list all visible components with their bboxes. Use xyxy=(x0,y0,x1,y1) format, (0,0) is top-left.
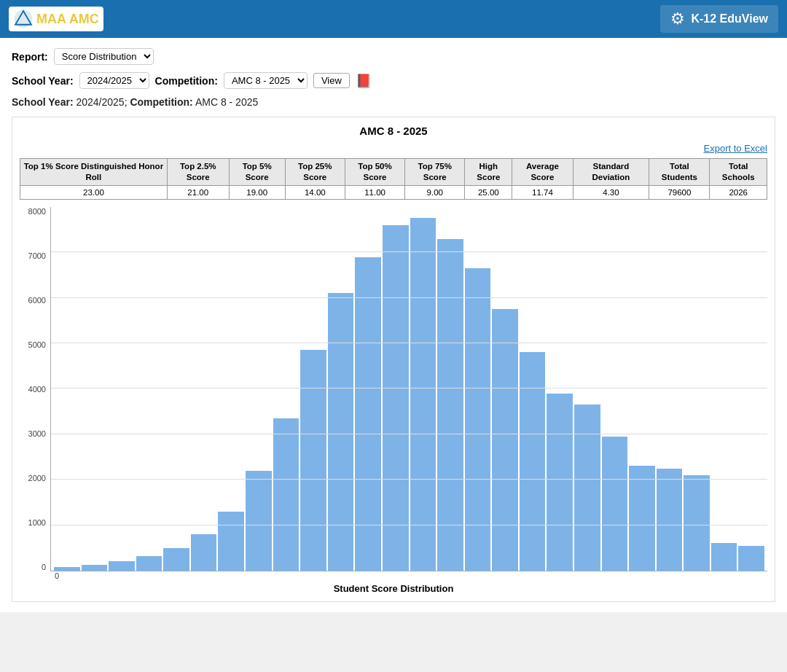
logo-maa: MAA xyxy=(36,12,66,26)
chart-container: AMC 8 - 2025 Export to Excel Top 1% Scor… xyxy=(12,117,775,602)
histogram-bar xyxy=(602,437,628,571)
y-axis-label: 0 xyxy=(42,563,46,571)
export-excel-link[interactable]: Export to Excel xyxy=(20,143,767,154)
competition-select[interactable]: AMC 8 - 2025 xyxy=(224,72,308,89)
histogram-area: 010002000300040005000600070008000 xyxy=(20,207,767,571)
histogram-bar xyxy=(136,556,163,571)
th-students: Total Students xyxy=(649,159,710,186)
view-button[interactable]: View xyxy=(313,73,350,88)
info-competition-label: Competition: xyxy=(130,96,192,108)
report-select[interactable]: Score Distribution xyxy=(54,48,154,65)
td-stddev: 4.30 xyxy=(573,185,649,199)
th-top2-5: Top 2.5% Score xyxy=(167,159,229,186)
grid-line xyxy=(51,297,767,298)
histogram-bar xyxy=(246,471,272,571)
histogram-bar xyxy=(383,225,409,571)
histogram-bar xyxy=(711,543,737,570)
bars-area xyxy=(50,207,767,571)
histogram-bar xyxy=(355,257,381,571)
histogram-bar xyxy=(657,469,683,571)
histogram-bar xyxy=(410,218,436,570)
info-line: School Year: 2024/2025; Competition: AMC… xyxy=(12,96,775,108)
grid-line xyxy=(51,343,767,343)
histogram-bar xyxy=(300,350,326,571)
chart-title: AMC 8 - 2025 xyxy=(20,125,767,137)
td-high: 25.00 xyxy=(465,185,512,199)
settings-icon: ⚙ xyxy=(670,9,685,28)
logo-box: MAA AMC xyxy=(9,7,103,31)
histogram-bar xyxy=(520,352,546,570)
x-axis-zero: 0 xyxy=(55,571,62,580)
stats-table: Top 1% Score Distinguished Honor Roll To… xyxy=(20,158,767,200)
th-high: High Score xyxy=(465,159,512,186)
th-top5: Top 5% Score xyxy=(229,159,285,186)
td-top75: 9.00 xyxy=(405,185,465,199)
competition-label: Competition: xyxy=(155,75,218,87)
grid-line xyxy=(51,388,767,388)
th-schools: Total Schools xyxy=(710,159,767,186)
th-top75: Top 75% Score xyxy=(405,159,465,186)
td-top25: 14.00 xyxy=(285,185,345,199)
histogram-bar xyxy=(82,565,108,570)
app-name-area: ⚙ K-12 EduView xyxy=(660,5,778,33)
grid-line xyxy=(51,434,767,434)
app-name-label: K-12 EduView xyxy=(691,12,768,26)
histogram-bar xyxy=(547,394,573,571)
report-line: Report: Score Distribution xyxy=(12,48,775,65)
td-students: 79600 xyxy=(649,185,710,199)
school-year-select[interactable]: 2024/2025 xyxy=(79,72,149,89)
report-label: Report: xyxy=(12,51,48,63)
td-top5: 19.00 xyxy=(229,185,285,199)
th-top1: Top 1% Score Distinguished Honor Roll xyxy=(20,159,168,186)
th-top50: Top 50% Score xyxy=(345,159,404,186)
th-top25: Top 25% Score xyxy=(285,159,345,186)
histogram-bar xyxy=(54,567,80,571)
grid-line xyxy=(51,251,767,252)
th-stddev: Standard Deviation xyxy=(573,159,649,186)
school-year-line: School Year: 2024/2025 Competition: AMC … xyxy=(12,72,775,89)
x-axis-title: Student Score Distribution xyxy=(20,583,767,594)
histogram-bar xyxy=(109,561,135,570)
pdf-icon[interactable]: 📕 xyxy=(356,73,372,89)
y-axis-label: 5000 xyxy=(28,340,46,349)
maa-logo-icon xyxy=(13,9,34,29)
y-axis: 010002000300040005000600070008000 xyxy=(20,207,50,571)
histogram-bar xyxy=(191,534,217,571)
grid-line xyxy=(51,525,767,526)
info-competition-value: AMC 8 - 2025 xyxy=(195,96,258,108)
info-school-year-label: School Year: xyxy=(12,96,74,108)
y-axis-label: 4000 xyxy=(28,385,46,394)
th-avg: Average Score xyxy=(512,159,573,186)
td-top50: 11.00 xyxy=(345,185,404,199)
logo-amc: AMC xyxy=(69,12,99,26)
histogram-inner xyxy=(50,207,767,571)
td-top2-5: 21.00 xyxy=(167,185,229,199)
histogram-bar xyxy=(492,309,518,571)
table-row: 23.00 21.00 19.00 14.00 11.00 9.00 25.00… xyxy=(20,185,767,199)
histogram-bar xyxy=(738,546,764,571)
y-axis-label: 1000 xyxy=(28,518,46,527)
y-axis-label: 3000 xyxy=(28,429,46,438)
td-schools: 2026 xyxy=(710,185,767,199)
histogram-bar xyxy=(574,405,600,571)
grid-line xyxy=(51,479,767,480)
histogram-bar xyxy=(684,475,710,571)
logo-area: MAA AMC xyxy=(9,7,103,31)
histogram-bar xyxy=(273,418,299,571)
histogram-bar xyxy=(163,548,189,571)
logo-text: MAA AMC xyxy=(36,12,99,27)
app-header: MAA AMC ⚙ K-12 EduView xyxy=(0,0,787,38)
histogram-bar xyxy=(218,512,244,571)
y-axis-label: 7000 xyxy=(28,251,46,260)
info-school-year-value: 2024/2025 xyxy=(76,96,124,108)
y-axis-label: 6000 xyxy=(28,296,46,305)
main-content: Report: Score Distribution School Year: … xyxy=(0,38,787,612)
histogram-bar xyxy=(437,239,463,571)
histogram: 010002000300040005000600070008000 0 Stud… xyxy=(20,207,767,594)
y-axis-label: 2000 xyxy=(28,474,46,482)
histogram-bar xyxy=(328,293,354,570)
histogram-bar xyxy=(465,268,491,571)
y-axis-label: 8000 xyxy=(28,207,46,216)
school-year-label: School Year: xyxy=(12,75,74,87)
td-top1: 23.00 xyxy=(20,185,168,199)
